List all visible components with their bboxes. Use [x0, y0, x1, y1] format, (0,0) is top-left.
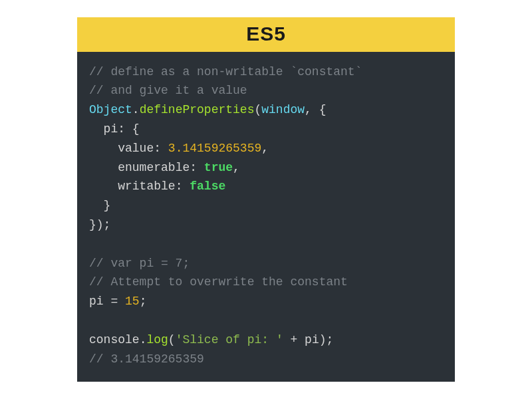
token-key: pi [104, 122, 118, 136]
comment-line: // Attempt to overwrite the constant [89, 275, 348, 289]
token-semi: ; [140, 295, 147, 308]
token-window: window [261, 103, 305, 116]
token-colon: : [190, 161, 204, 174]
token-number: 15 [125, 295, 140, 308]
token-paren: ( [254, 103, 261, 116]
token-brace: } [104, 199, 111, 212]
token-dot: . [140, 333, 147, 346]
token-brace: } [89, 218, 96, 231]
token-string: 'Slice of pi: ' [176, 333, 283, 346]
token-object: Object [89, 103, 132, 116]
comment-line: // var pi = 7; [89, 257, 190, 270]
token-brace: { [319, 103, 327, 116]
token-colon: : [154, 142, 168, 155]
token-colon: : [176, 180, 190, 193]
comment-line: // define as a non-writable `constant` [89, 65, 362, 78]
indent [89, 142, 118, 155]
token-boolean: true [204, 161, 233, 174]
token-key: writable [118, 180, 175, 193]
indent [89, 161, 118, 174]
token-comma: , [233, 161, 240, 174]
token-boolean: false [190, 180, 225, 193]
comment-line: // and give it a value [89, 84, 247, 97]
token-comma: , [305, 103, 319, 116]
token-colon: : [118, 122, 132, 136]
token-paren-semi: ); [319, 333, 334, 346]
token-plus: + [283, 333, 305, 346]
indent [89, 199, 104, 212]
token-console: console [89, 333, 140, 346]
indent [89, 122, 104, 136]
indent [89, 180, 118, 193]
code-snippet-card: ES5 // define as a non-writable `constan… [77, 17, 455, 382]
token-dot: . [132, 103, 140, 116]
token-brace: { [132, 122, 140, 136]
code-block: // define as a non-writable `constant` /… [77, 52, 455, 382]
token-key: value [118, 142, 154, 155]
token-comma: , [261, 142, 269, 155]
token-number: 3.14159265359 [168, 142, 261, 155]
token-identifier: pi [89, 295, 104, 308]
token-paren: ( [168, 333, 176, 346]
comment-line: // 3.14159265359 [89, 352, 204, 366]
token-assign: = [104, 295, 125, 308]
token-identifier: pi [305, 333, 319, 346]
token-paren-semi: ); [96, 218, 111, 231]
token-key: enumerable [118, 161, 190, 174]
snippet-title: ES5 [77, 17, 455, 52]
token-function: defineProperties [140, 103, 255, 116]
token-function: log [146, 333, 168, 346]
